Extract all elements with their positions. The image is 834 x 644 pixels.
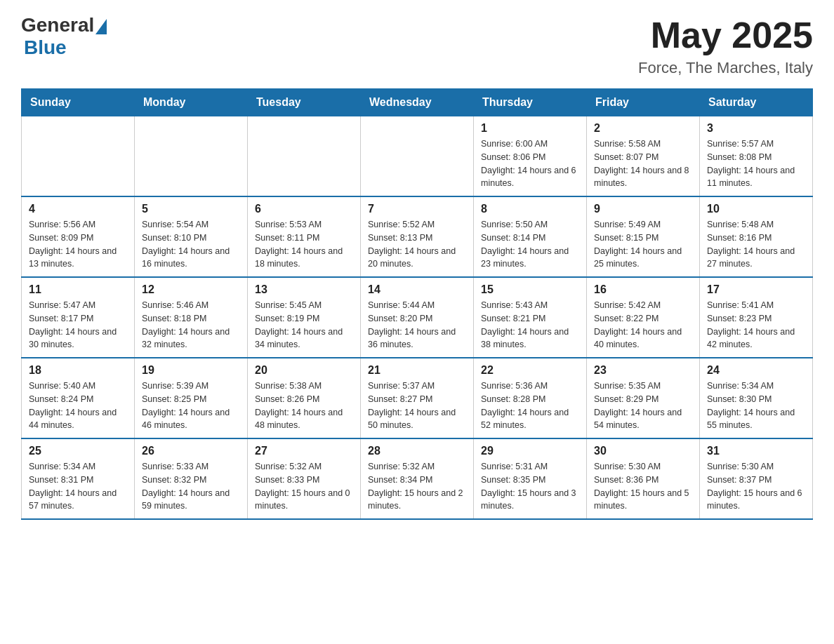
day-number: 24 xyxy=(707,364,805,377)
day-number: 20 xyxy=(255,364,353,377)
calendar-week-row: 25Sunrise: 5:34 AM Sunset: 8:31 PM Dayli… xyxy=(22,438,813,519)
day-number: 18 xyxy=(29,364,127,377)
calendar-cell: 8Sunrise: 5:50 AM Sunset: 8:14 PM Daylig… xyxy=(474,196,587,277)
day-info: Sunrise: 5:30 AM Sunset: 8:36 PM Dayligh… xyxy=(594,460,692,513)
day-info: Sunrise: 5:36 AM Sunset: 8:28 PM Dayligh… xyxy=(481,380,579,432)
day-number: 5 xyxy=(142,203,240,215)
logo-general-text: General xyxy=(21,14,94,36)
day-number: 9 xyxy=(594,203,692,215)
day-number: 4 xyxy=(29,203,127,215)
calendar-cell: 25Sunrise: 5:34 AM Sunset: 8:31 PM Dayli… xyxy=(22,438,135,519)
calendar-week-row: 1Sunrise: 6:00 AM Sunset: 8:06 PM Daylig… xyxy=(22,116,813,197)
title-area: May 2025 Force, The Marches, Italy xyxy=(638,14,813,77)
day-number: 14 xyxy=(368,283,466,296)
calendar-cell: 30Sunrise: 5:30 AM Sunset: 8:36 PM Dayli… xyxy=(587,438,700,519)
day-info: Sunrise: 5:34 AM Sunset: 8:30 PM Dayligh… xyxy=(707,380,805,432)
calendar-header-row: SundayMondayTuesdayWednesdayThursdayFrid… xyxy=(22,89,813,116)
day-number: 29 xyxy=(481,445,579,457)
day-number: 2 xyxy=(594,122,692,135)
day-number: 10 xyxy=(707,203,805,215)
calendar-cell: 29Sunrise: 5:31 AM Sunset: 8:35 PM Dayli… xyxy=(474,438,587,519)
day-info: Sunrise: 5:32 AM Sunset: 8:34 PM Dayligh… xyxy=(368,460,466,513)
calendar-cell xyxy=(22,116,135,197)
day-info: Sunrise: 5:49 AM Sunset: 8:15 PM Dayligh… xyxy=(594,218,692,271)
day-info: Sunrise: 5:41 AM Sunset: 8:23 PM Dayligh… xyxy=(707,299,805,351)
day-number: 23 xyxy=(594,364,692,377)
day-info: Sunrise: 5:33 AM Sunset: 8:32 PM Dayligh… xyxy=(142,460,240,513)
day-number: 27 xyxy=(255,445,353,457)
calendar-cell: 23Sunrise: 5:35 AM Sunset: 8:29 PM Dayli… xyxy=(587,358,700,438)
day-info: Sunrise: 6:00 AM Sunset: 8:06 PM Dayligh… xyxy=(481,137,579,190)
weekday-header: Tuesday xyxy=(248,89,361,116)
weekday-header: Thursday xyxy=(474,89,587,116)
day-info: Sunrise: 5:54 AM Sunset: 8:10 PM Dayligh… xyxy=(142,218,240,271)
calendar-cell: 6Sunrise: 5:53 AM Sunset: 8:11 PM Daylig… xyxy=(248,196,361,277)
day-number: 7 xyxy=(368,203,466,215)
calendar-cell: 27Sunrise: 5:32 AM Sunset: 8:33 PM Dayli… xyxy=(248,438,361,519)
calendar-cell: 9Sunrise: 5:49 AM Sunset: 8:15 PM Daylig… xyxy=(587,196,700,277)
logo-triangle-icon xyxy=(95,19,107,34)
calendar-cell: 12Sunrise: 5:46 AM Sunset: 8:18 PM Dayli… xyxy=(135,277,248,358)
calendar-cell: 19Sunrise: 5:39 AM Sunset: 8:25 PM Dayli… xyxy=(135,358,248,438)
calendar-cell: 15Sunrise: 5:43 AM Sunset: 8:21 PM Dayli… xyxy=(474,277,587,358)
day-info: Sunrise: 5:53 AM Sunset: 8:11 PM Dayligh… xyxy=(255,218,353,271)
month-title: May 2025 xyxy=(638,14,813,56)
calendar-cell: 4Sunrise: 5:56 AM Sunset: 8:09 PM Daylig… xyxy=(22,196,135,277)
calendar-week-row: 18Sunrise: 5:40 AM Sunset: 8:24 PM Dayli… xyxy=(22,358,813,438)
day-number: 21 xyxy=(368,364,466,377)
calendar-cell: 26Sunrise: 5:33 AM Sunset: 8:32 PM Dayli… xyxy=(135,438,248,519)
calendar-cell: 10Sunrise: 5:48 AM Sunset: 8:16 PM Dayli… xyxy=(700,196,813,277)
weekday-header: Monday xyxy=(135,89,248,116)
day-info: Sunrise: 5:40 AM Sunset: 8:24 PM Dayligh… xyxy=(29,380,127,432)
calendar-cell: 13Sunrise: 5:45 AM Sunset: 8:19 PM Dayli… xyxy=(248,277,361,358)
day-number: 8 xyxy=(481,203,579,215)
calendar-cell: 24Sunrise: 5:34 AM Sunset: 8:30 PM Dayli… xyxy=(700,358,813,438)
calendar-cell: 31Sunrise: 5:30 AM Sunset: 8:37 PM Dayli… xyxy=(700,438,813,519)
day-number: 12 xyxy=(142,283,240,296)
calendar-cell: 22Sunrise: 5:36 AM Sunset: 8:28 PM Dayli… xyxy=(474,358,587,438)
day-info: Sunrise: 5:57 AM Sunset: 8:08 PM Dayligh… xyxy=(707,137,805,190)
weekday-header: Friday xyxy=(587,89,700,116)
day-number: 13 xyxy=(255,283,353,296)
calendar-cell: 5Sunrise: 5:54 AM Sunset: 8:10 PM Daylig… xyxy=(135,196,248,277)
day-number: 3 xyxy=(707,122,805,135)
calendar-cell: 20Sunrise: 5:38 AM Sunset: 8:26 PM Dayli… xyxy=(248,358,361,438)
calendar-week-row: 11Sunrise: 5:47 AM Sunset: 8:17 PM Dayli… xyxy=(22,277,813,358)
calendar-table: SundayMondayTuesdayWednesdayThursdayFrid… xyxy=(21,88,813,520)
calendar-cell: 16Sunrise: 5:42 AM Sunset: 8:22 PM Dayli… xyxy=(587,277,700,358)
day-info: Sunrise: 5:34 AM Sunset: 8:31 PM Dayligh… xyxy=(29,460,127,513)
calendar-cell xyxy=(361,116,474,197)
day-info: Sunrise: 5:46 AM Sunset: 8:18 PM Dayligh… xyxy=(142,299,240,351)
day-info: Sunrise: 5:30 AM Sunset: 8:37 PM Dayligh… xyxy=(707,460,805,513)
weekday-header: Wednesday xyxy=(361,89,474,116)
logo: General Blue xyxy=(21,14,107,59)
day-number: 19 xyxy=(142,364,240,377)
day-number: 31 xyxy=(707,445,805,457)
calendar-cell: 17Sunrise: 5:41 AM Sunset: 8:23 PM Dayli… xyxy=(700,277,813,358)
day-info: Sunrise: 5:52 AM Sunset: 8:13 PM Dayligh… xyxy=(368,218,466,271)
day-number: 16 xyxy=(594,283,692,296)
calendar-cell: 28Sunrise: 5:32 AM Sunset: 8:34 PM Dayli… xyxy=(361,438,474,519)
calendar-cell: 21Sunrise: 5:37 AM Sunset: 8:27 PM Dayli… xyxy=(361,358,474,438)
day-info: Sunrise: 5:39 AM Sunset: 8:25 PM Dayligh… xyxy=(142,380,240,432)
weekday-header: Sunday xyxy=(22,89,135,116)
weekday-header: Saturday xyxy=(700,89,813,116)
calendar-cell: 11Sunrise: 5:47 AM Sunset: 8:17 PM Dayli… xyxy=(22,277,135,358)
day-number: 6 xyxy=(255,203,353,215)
calendar-cell xyxy=(135,116,248,197)
day-info: Sunrise: 5:44 AM Sunset: 8:20 PM Dayligh… xyxy=(368,299,466,351)
logo-blue-text: Blue xyxy=(24,36,67,59)
day-info: Sunrise: 5:50 AM Sunset: 8:14 PM Dayligh… xyxy=(481,218,579,271)
calendar-cell: 3Sunrise: 5:57 AM Sunset: 8:08 PM Daylig… xyxy=(700,116,813,197)
calendar-cell: 7Sunrise: 5:52 AM Sunset: 8:13 PM Daylig… xyxy=(361,196,474,277)
day-info: Sunrise: 5:43 AM Sunset: 8:21 PM Dayligh… xyxy=(481,299,579,351)
day-number: 22 xyxy=(481,364,579,377)
calendar-cell xyxy=(248,116,361,197)
day-info: Sunrise: 5:45 AM Sunset: 8:19 PM Dayligh… xyxy=(255,299,353,351)
day-number: 11 xyxy=(29,283,127,296)
day-info: Sunrise: 5:32 AM Sunset: 8:33 PM Dayligh… xyxy=(255,460,353,513)
day-number: 30 xyxy=(594,445,692,457)
day-info: Sunrise: 5:47 AM Sunset: 8:17 PM Dayligh… xyxy=(29,299,127,351)
page-header: General Blue May 2025 Force, The Marches… xyxy=(21,14,813,77)
calendar-cell: 18Sunrise: 5:40 AM Sunset: 8:24 PM Dayli… xyxy=(22,358,135,438)
